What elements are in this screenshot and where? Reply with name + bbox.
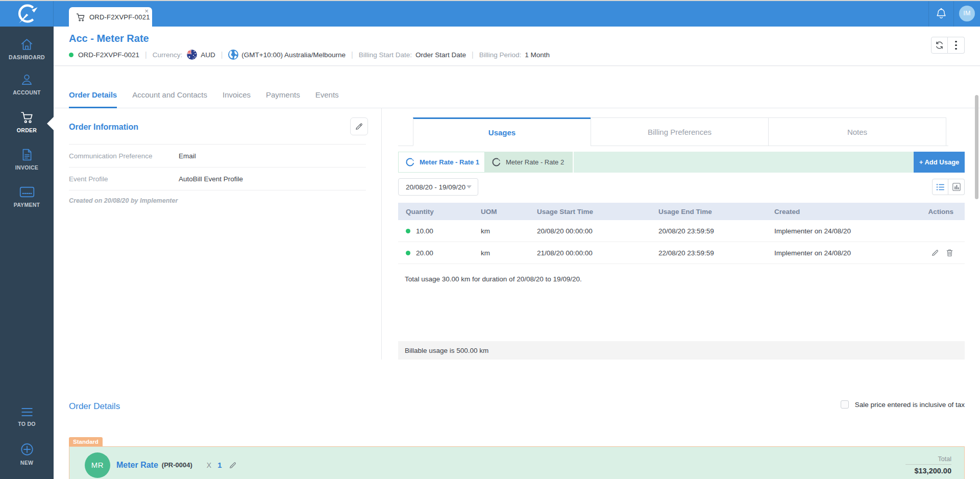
circle-notch-icon: [405, 157, 415, 167]
sidebar-item-dashboard[interactable]: DASHBOARD: [0, 38, 54, 60]
sidebar: DASHBOARD ACCOUNT ORDER INVO: [0, 27, 54, 479]
sidebar-item-order[interactable]: ORDER: [0, 111, 54, 133]
meta-divider: |: [351, 51, 353, 59]
currency-value: AUD: [201, 51, 215, 59]
add-usage-button[interactable]: + Add Usage: [914, 152, 965, 173]
col-created: Created: [767, 208, 920, 215]
billing-start-label: Billing Start Date:: [359, 51, 412, 59]
bell-icon: [936, 8, 947, 19]
date-range-dropdown[interactable]: 20/08/20 - 19/09/20: [398, 178, 478, 196]
user-avatar[interactable]: IM: [959, 6, 975, 21]
product-code: (PR-0004): [162, 461, 192, 469]
product-row: MR Meter Rate (PR-0004) X 1 Total $13,20…: [69, 446, 965, 479]
tab-events[interactable]: Events: [315, 90, 339, 108]
tax-inclusive-checkbox[interactable]: [841, 400, 849, 409]
vertical-scrollbar[interactable]: [975, 95, 978, 199]
rate-2-chip[interactable]: Meter Rate - Rate 2: [485, 152, 574, 173]
topbar-spacer: [152, 0, 928, 27]
usage-row[interactable]: 20.00 km 21/08/20 00:00:00 22/08/20 23:5…: [398, 242, 965, 264]
view-toggle-group: [932, 179, 965, 195]
aud-flag-icon: [187, 50, 197, 60]
usages-tab-bar: Usages Billing Preferences Notes: [398, 117, 948, 146]
cart-icon: [20, 111, 34, 124]
invoice-icon: [20, 148, 34, 161]
close-tab-icon[interactable]: ×: [144, 8, 149, 15]
todo-list-icon: [20, 406, 34, 418]
cell-created: Implementer on 24/08/20: [767, 249, 920, 257]
tab-payments[interactable]: Payments: [266, 90, 300, 108]
chart-view-button[interactable]: [948, 179, 965, 195]
sidebar-item-payment[interactable]: PAYMENT: [0, 185, 54, 208]
active-dot: [406, 251, 410, 255]
list-view-button[interactable]: [932, 179, 948, 195]
cell-quantity: 10.00: [398, 227, 473, 235]
sidebar-item-label: DASHBOARD: [0, 54, 54, 60]
tab-account-and-contacts[interactable]: Account and Contacts: [132, 90, 207, 108]
usage-row[interactable]: 10.00 km 20/08/20 00:00:00 20/08/20 23:5…: [398, 220, 965, 242]
total-usage-note: Total usage 30.00 km for duration of 20/…: [398, 264, 965, 341]
sidebar-item-label: ACCOUNT: [0, 89, 54, 95]
rate-1-chip[interactable]: Meter Rate - Rate 1: [398, 152, 485, 173]
home-icon: [20, 38, 34, 51]
created-by-note: Created on 20/08/20 by Implementer: [69, 197, 366, 204]
order-tab[interactable]: ORD-F2XVPF-0021 ×: [69, 7, 152, 27]
edit-order-info-button[interactable]: [350, 117, 368, 135]
sidebar-item-todo[interactable]: TO DO: [0, 406, 54, 427]
cell-uom: km: [473, 227, 529, 235]
kebab-icon: [955, 40, 957, 51]
refresh-button[interactable]: [931, 37, 948, 54]
tab-billing-preferences[interactable]: Billing Preferences: [591, 117, 769, 146]
edit-quantity-button[interactable]: [229, 461, 237, 469]
meta-divider: |: [221, 51, 223, 59]
product-name-link[interactable]: Meter Rate: [116, 461, 158, 470]
total-value: $13,200.00: [905, 467, 951, 475]
caret-down-icon: [467, 185, 472, 188]
plus-circle-icon: [20, 442, 34, 457]
order-details-section: Order Details Sale price entered is incl…: [54, 360, 980, 479]
cell-usage-end: 22/08/20 23:59:59: [651, 249, 767, 257]
usage-filter-row: 20/08/20 - 19/09/20: [398, 178, 965, 196]
app-logo[interactable]: [0, 0, 54, 27]
notifications-button[interactable]: [928, 0, 954, 27]
meta-divider: |: [472, 51, 474, 59]
sidebar-item-label: NEW: [0, 460, 54, 466]
tab-order-details[interactable]: Order Details: [69, 90, 117, 108]
bar-chart-icon: [952, 183, 961, 191]
sidebar-item-invoice[interactable]: INVOICE: [0, 148, 54, 171]
cell-usage-end: 20/08/20 23:59:59: [651, 227, 767, 235]
avatar-box[interactable]: IM: [954, 0, 980, 27]
edit-row-icon[interactable]: [931, 249, 939, 257]
tab-notes[interactable]: Notes: [768, 117, 946, 146]
order-id: ORD-F2XVPF-0021: [78, 51, 139, 59]
more-actions-button[interactable]: [948, 37, 965, 54]
info-value: Email: [179, 152, 196, 160]
usage-table: Quantity UOM Usage Start Time Usage End …: [398, 203, 965, 360]
cell-quantity: 20.00: [398, 249, 473, 257]
rate-1-label: Meter Rate - Rate 1: [420, 158, 479, 166]
usages-panel: Usages Billing Preferences Notes Meter R…: [382, 108, 980, 360]
product-avatar: MR: [85, 452, 110, 478]
top-bar: ORD-F2XVPF-0021 × IM: [0, 0, 980, 27]
tab-invoices[interactable]: Invoices: [223, 90, 251, 108]
pencil-icon: [355, 122, 363, 131]
content-split: Order Information Communication Preferen…: [54, 108, 980, 360]
circle-notch-icon: [492, 157, 501, 167]
sidebar-item-label: TO DO: [0, 421, 54, 427]
tab-usages[interactable]: Usages: [413, 117, 591, 146]
tax-inclusive-label: Sale price entered is inclusive of tax: [855, 401, 965, 409]
quantity-times: X: [207, 461, 211, 469]
sidebar-item-account[interactable]: ACCOUNT: [0, 73, 54, 95]
sidebar-item-new[interactable]: NEW: [0, 442, 54, 466]
info-label: Communication Preference: [69, 152, 179, 160]
billing-start-value: Order Start Date: [415, 51, 466, 59]
band-fill: [574, 152, 914, 173]
meta-divider: |: [145, 51, 147, 59]
delete-row-icon[interactable]: [946, 249, 953, 257]
sidebar-item-label: PAYMENT: [0, 202, 54, 208]
col-usage-start: Usage Start Time: [529, 208, 651, 215]
sidebar-item-label: INVOICE: [0, 164, 54, 171]
order-info-row: Event Profile AutoBill Event Profile: [69, 167, 366, 190]
col-actions: Actions: [920, 208, 965, 215]
billing-period-value: 1 Month: [525, 51, 550, 59]
currency-label: Currency:: [153, 51, 183, 59]
